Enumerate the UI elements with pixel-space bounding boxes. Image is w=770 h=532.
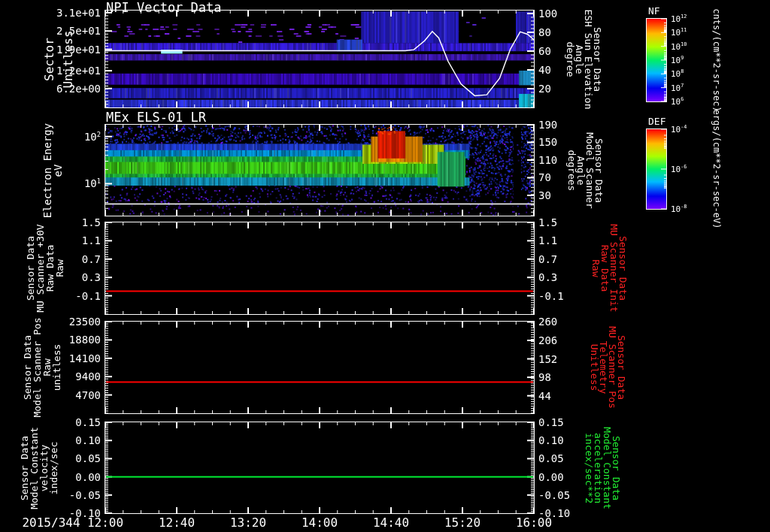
colorbar-tick-label: 1012	[671, 14, 687, 24]
y-left-tick-label: 4700	[75, 389, 101, 401]
colorbar-tick-label: 10-6	[671, 164, 687, 174]
x-tick-label: 13:20	[230, 515, 266, 530]
y-right-tick-label: 152	[538, 353, 557, 365]
colorbar-nf-title: NF	[648, 5, 660, 17]
y-right-tick-label: 190	[538, 119, 557, 131]
panel-npi-title: NPI Vector Data	[106, 0, 222, 15]
x-tick-label: 12:40	[159, 515, 195, 530]
y-right-tick-label: 1.1	[538, 234, 557, 246]
y-right-tick-label: 0.15	[538, 416, 564, 428]
y-right-tick-label: 206	[538, 334, 557, 346]
y-left-tick-label: 14100	[69, 352, 101, 364]
y-left-tick-label: 3.1e+01	[56, 7, 101, 19]
y-right-tick-label: 0.00	[538, 471, 564, 483]
y-right-tick-label: 20	[538, 83, 551, 95]
colorbar-tick-label: 10-4	[671, 124, 687, 135]
y-right-tick-label: 150	[538, 136, 557, 148]
x-tick-label: 15:20	[444, 515, 480, 530]
y-left-tick-label: -0.05	[69, 489, 101, 501]
y-left-tick-label: 0.10	[75, 434, 101, 446]
y-right-tick-label: 80	[538, 26, 551, 38]
y-left-tick-label: 18800	[69, 334, 101, 346]
y-right-tick-label: 70	[538, 171, 551, 183]
y-left-tick-label: 1.1	[82, 234, 101, 246]
panel-model-scanner-pos-left-axis-label: Sensor Data Model Scanner Pos Raw unitle…	[23, 317, 62, 417]
colorbar-unit-label: ergs/(cm**2-sr-sec-eV)	[712, 110, 721, 229]
panel-model-constant-velocity-left-axis-label: Sensor Data Model Constant velocity inde…	[20, 427, 59, 509]
colorbar-unit-label: cnts/(cm**2-sr-sec)	[712, 8, 721, 111]
panel-els-right-axis-label: Sensor Data Model Scanner Angle degrees	[567, 132, 603, 209]
y-right-tick-label: 40	[538, 64, 551, 76]
x-tick-label: 14:40	[373, 515, 409, 530]
y-left-tick-label: 1.5	[82, 216, 101, 228]
y-left-tick-label: 101	[84, 177, 101, 190]
panel-els-left-axis-label: Electron Energy eV	[42, 122, 63, 217]
y-left-tick-label: -0.1	[75, 290, 101, 302]
y-left-tick-label: -0.10	[69, 507, 101, 519]
science-multipanel-plot: NPI Vector Data MEx ELS-01 LR 2015/344 1…	[0, 0, 770, 532]
y-right-tick-label: -0.10	[538, 507, 570, 519]
panel-model-constant-velocity-right-axis-label: Sensor Data Model Constant acceleration …	[584, 427, 620, 509]
y-right-tick-label: -0.1	[538, 290, 564, 302]
x-tick-label: 14:00	[302, 515, 338, 530]
y-right-tick-label: 44	[538, 390, 551, 402]
y-right-tick-label: 110	[538, 154, 557, 166]
colorbar-tick-label: 109	[671, 55, 684, 65]
y-right-tick-label: 0.7	[538, 253, 557, 265]
y-left-tick-label: 0.00	[75, 471, 101, 483]
y-right-tick-label: 0.05	[538, 452, 564, 464]
panel-model-scanner-pos-right-axis-label: Sensor Data MU Scanner Pos Telemetry Uni…	[590, 326, 626, 409]
colorbar-tick-label: 10-8	[671, 204, 687, 214]
y-left-tick-label: 23500	[69, 316, 101, 328]
y-right-tick-label: -0.05	[538, 489, 570, 501]
y-right-tick-label: 100	[538, 8, 557, 20]
colorbar-tick-label: 106	[671, 96, 684, 107]
y-left-tick-label: 9400	[75, 370, 101, 382]
panel-mu-scanner-30v-right-axis-label: Sensor Data MU Scanner Init Raw Data Raw	[591, 224, 627, 312]
y-left-tick-label: 102	[84, 130, 101, 143]
colorbar-tick-label: 1010	[671, 41, 687, 52]
y-right-tick-label: 0.3	[538, 271, 557, 283]
panel-npi-left-axis-label: Sector Unitless	[40, 30, 77, 88]
panel-mu-scanner-30v-left-axis-label: Sensor Data MU Scanner +30V Raw Data Raw	[26, 224, 65, 312]
y-left-tick-label: 0.15	[75, 416, 101, 428]
colorbar-tick-label: 107	[671, 83, 684, 93]
panel-npi-right-axis-label: Sensor Data ESH Sun Elevation Angle degr…	[565, 9, 602, 109]
colorbar-tick-label: 1011	[671, 28, 687, 38]
y-right-tick-label: 30	[538, 189, 551, 201]
y-left-tick-label: 0.05	[75, 452, 101, 464]
colorbar-tick-label: 108	[671, 69, 684, 80]
y-left-tick-label: 0.7	[82, 253, 101, 265]
y-right-tick-label: 1.5	[538, 216, 557, 228]
plot-canvas	[0, 0, 770, 532]
panel-els-title: MEx ELS-01 LR	[106, 110, 206, 125]
y-right-tick-label: 60	[538, 45, 551, 57]
colorbar-def-title: DEF	[648, 116, 665, 127]
y-right-tick-label: 260	[538, 316, 557, 328]
y-right-tick-label: 0.10	[538, 434, 564, 446]
y-left-tick-label: 0.3	[82, 271, 101, 283]
y-right-tick-label: 98	[538, 371, 551, 383]
